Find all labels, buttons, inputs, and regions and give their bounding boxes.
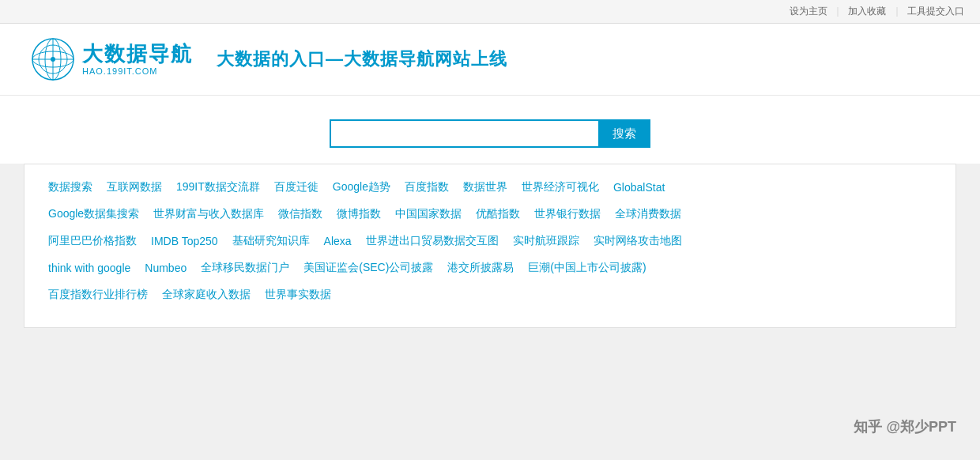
search-input[interactable] xyxy=(330,119,598,148)
nav-item-0-2[interactable]: 199IT数据交流群 xyxy=(176,177,274,198)
nav-item-1-6[interactable]: 世界银行数据 xyxy=(534,204,615,224)
nav-item-0-4[interactable]: Google趋势 xyxy=(333,177,405,198)
nav-item-1-2[interactable]: 微信指数 xyxy=(278,204,337,224)
nav-item-3-3[interactable]: 美国证监会(SEC)公司披露 xyxy=(303,258,447,278)
nav-item-1-7[interactable]: 全球消费数据 xyxy=(615,204,695,224)
nav-item-1-3[interactable]: 微博指数 xyxy=(337,204,395,224)
nav-row-0: 数据搜索互联网数据199IT数据交流群百度迁徙Google趋势百度指数数据世界世… xyxy=(48,177,932,198)
nav-item-0-5[interactable]: 百度指数 xyxy=(405,177,463,198)
add-bookmark-link[interactable]: 加入收藏 xyxy=(848,6,886,17)
search-box: 搜索 xyxy=(330,119,650,148)
nav-item-4-1[interactable]: 全球家庭收入数据 xyxy=(162,285,265,305)
nav-item-0-7[interactable]: 世界经济可视化 xyxy=(522,177,613,198)
nav-item-2-2[interactable]: 基础研究知识库 xyxy=(232,231,324,251)
nav-item-0-0[interactable]: 数据搜索 xyxy=(48,177,107,198)
separator-1: ｜ xyxy=(833,6,842,17)
header: 大数据导航 HAO.199IT.COM 大数据的入口—大数据导航网站上线 xyxy=(0,24,980,96)
nav-row-2: 阿里巴巴价格指数IMDB Top250基础研究知识库Alexa世界进出口贸易数据… xyxy=(48,231,932,251)
nav-item-1-1[interactable]: 世界财富与收入数据库 xyxy=(153,204,278,224)
logo-text: 大数据导航 HAO.199IT.COM xyxy=(82,42,193,77)
nav-item-2-5[interactable]: 实时航班跟踪 xyxy=(513,231,594,251)
header-slogan: 大数据的入口—大数据导航网站上线 xyxy=(217,47,507,71)
nav-item-0-6[interactable]: 数据世界 xyxy=(463,177,522,198)
nav-section: 数据搜索互联网数据199IT数据交流群百度迁徙Google趋势百度指数数据世界世… xyxy=(24,164,956,328)
nav-item-2-4[interactable]: 世界进出口贸易数据交互图 xyxy=(366,231,513,251)
nav-row-1: Google数据集搜索世界财富与收入数据库微信指数微博指数中国国家数据优酷指数世… xyxy=(48,204,932,224)
top-bar: 设为主页 ｜ 加入收藏 ｜ 工具提交入口 xyxy=(0,0,980,24)
nav-item-2-6[interactable]: 实时网络攻击地图 xyxy=(594,231,696,251)
nav-item-2-3[interactable]: Alexa xyxy=(324,232,366,251)
logo-area: 大数据导航 HAO.199IT.COM xyxy=(32,38,193,81)
nav-item-2-0[interactable]: 阿里巴巴价格指数 xyxy=(48,231,151,251)
search-button[interactable]: 搜索 xyxy=(598,119,650,148)
logo-subtitle: HAO.199IT.COM xyxy=(82,66,193,77)
nav-item-0-3[interactable]: 百度迁徙 xyxy=(274,177,333,198)
nav-item-0-1[interactable]: 互联网数据 xyxy=(107,177,176,198)
separator-2: ｜ xyxy=(892,6,902,17)
nav-item-3-5[interactable]: 巨潮(中国上市公司披露) xyxy=(528,258,660,278)
search-section: 搜索 xyxy=(0,96,980,164)
nav-item-1-4[interactable]: 中国国家数据 xyxy=(395,204,476,224)
nav-item-4-2[interactable]: 世界事实数据 xyxy=(265,285,345,305)
logo-title: 大数据导航 xyxy=(82,42,193,66)
nav-row-3: think with googleNumbeo全球移民数据门户美国证监会(SEC… xyxy=(48,258,932,278)
nav-item-3-0[interactable]: think with google xyxy=(48,258,145,277)
nav-item-3-2[interactable]: 全球移民数据门户 xyxy=(201,258,303,278)
logo-icon xyxy=(32,38,74,81)
nav-item-4-0[interactable]: 百度指数行业排行榜 xyxy=(48,285,162,305)
watermark: 知乎 @郑少PPT xyxy=(854,417,956,436)
nav-item-2-1[interactable]: IMDB Top250 xyxy=(151,232,232,251)
nav-item-0-8[interactable]: GlobalStat xyxy=(613,178,679,197)
nav-row-4: 百度指数行业排行榜全球家庭收入数据世界事实数据 xyxy=(48,285,932,305)
nav-item-1-0[interactable]: Google数据集搜索 xyxy=(48,204,153,224)
nav-item-1-5[interactable]: 优酷指数 xyxy=(476,204,534,224)
tool-entry-link[interactable]: 工具提交入口 xyxy=(907,6,964,17)
nav-item-3-1[interactable]: Numbeo xyxy=(145,258,201,277)
nav-item-3-4[interactable]: 港交所披露易 xyxy=(447,258,528,278)
set-home-link[interactable]: 设为主页 xyxy=(790,6,827,17)
